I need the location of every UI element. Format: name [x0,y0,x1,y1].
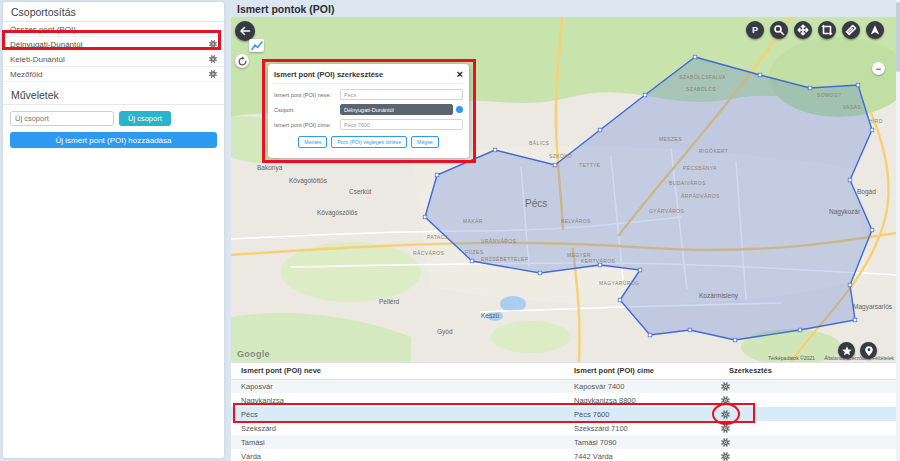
poi-table-row[interactable]: NagykanizsaNagykanizsa 8800 [231,393,897,407]
polygon-vertex-handle[interactable] [848,283,852,287]
gear-icon[interactable] [209,40,217,48]
close-icon[interactable]: × [457,69,463,80]
map-label: Kővágótöttös [289,177,328,185]
poi-name-cell: Várda [231,449,564,461]
group-item[interactable]: Összes pont (POI) [3,22,224,37]
delete-poi-button[interactable]: Pont (POI) végleges törlése [331,136,407,148]
modal-field: Ismert pont (POI) neve:Pécs [274,89,463,100]
page-title: Ismert pontok (POI) [237,3,334,15]
polygon-vertex-handle[interactable] [598,128,602,132]
table-header-row: Ismert pont (POI) neveIsmert pont (POI) … [231,363,897,379]
modal-field: Csoport:Délnyugati-Dunántúl [274,104,463,115]
column-header: Ismert pont (POI) címe [564,363,719,379]
group-select[interactable]: Délnyugati-Dunántúl [340,104,453,115]
app-root: Csoportosítás Összes pont (POI)Délnyugat… [0,0,900,461]
gear-icon[interactable] [209,55,217,63]
column-header: Szerkesztés [719,363,897,379]
column-header: Ismert pont (POI) neve [231,363,564,379]
group-item[interactable]: Keleti-Dunántúl [3,52,224,67]
polygon-vertex-handle[interactable] [435,173,439,177]
gear-icon[interactable] [721,452,730,461]
polygon-vertex-handle[interactable] [848,178,852,182]
poi-table-row[interactable]: TamásiTamási 7090 [231,435,897,449]
add-poi-button[interactable]: Új ismert pont (POI) hozzáadása [10,132,217,148]
text-input[interactable]: Pécs 7600 [340,119,463,130]
group-label: Mezőföld [10,70,42,79]
poi-address-cell: Tamási 7090 [564,435,719,449]
map-label: FÜZES [465,249,484,255]
polygon-vertex-handle[interactable] [853,318,857,322]
polygon-vertex-handle[interactable] [733,338,737,342]
cancel-button[interactable]: Mégse [411,136,439,148]
polygon-vertex-handle[interactable] [643,93,647,97]
elevation-chart-button[interactable] [249,39,264,52]
poi-address-cell: Nagykanizsa 8800 [564,393,719,407]
pin-control-button[interactable] [860,342,877,359]
lake [500,296,526,312]
group-item[interactable]: Mezőföld [3,67,224,82]
search-control-button[interactable] [770,21,788,39]
polygon-vertex-handle[interactable] [856,83,860,87]
modal-title: Ismert pont (POI) szerkesztése [274,70,383,79]
polygon-vertex-handle[interactable] [553,163,557,167]
gear-icon[interactable] [721,382,730,391]
gear-icon[interactable] [721,438,730,447]
poi-table-row[interactable]: Várda7442 Várda [231,449,897,461]
polygon-vertex-handle[interactable] [870,228,874,232]
text-input[interactable]: Pécs [340,89,463,100]
polygon-vertex-handle[interactable] [870,128,874,132]
operations-title: Műveletek [3,85,224,104]
move-control-button[interactable] [794,21,812,39]
back-button[interactable] [235,21,255,41]
group-label: Keleti-Dunántúl [10,55,65,64]
poi-table-row[interactable]: KaposvárKaposvár 7400 [231,379,897,393]
polygon-vertex-handle[interactable] [493,148,497,152]
group-list: Összes pont (POI)Délnyugati-DunántúlKele… [3,22,224,82]
polygon-vertex-handle[interactable] [423,215,427,219]
refresh-icon [237,56,248,67]
attribution-terms-link[interactable]: Általános Szerződési Feltételek [824,355,894,361]
gear-icon[interactable] [721,396,730,405]
polygon-vertex-handle[interactable] [470,259,474,263]
gear-icon[interactable] [721,410,730,419]
gear-icon[interactable] [721,424,730,433]
map-label: Pellérd [379,298,400,305]
new-group-button[interactable]: Új csoport [119,111,171,126]
map-label: Nagykozár [829,208,861,216]
polygon-vertex-handle[interactable] [693,55,697,59]
map-label: Cserkút [349,188,372,195]
group-item[interactable]: Délnyugati-Dunántúl [3,37,224,52]
map-label: MAGYARÜRÖG [599,280,639,286]
scrollbar-thumb[interactable] [896,2,900,72]
refresh-button[interactable] [235,54,249,68]
poi-edit-cell [719,393,897,407]
map-label: RÁCVÁROS [413,250,445,256]
poi-table-row[interactable]: PécsPécs 7600 [231,407,897,421]
polygon-vertex-handle[interactable] [758,73,762,77]
zoom-out-button[interactable]: − [872,62,885,75]
polygon-vertex-handle[interactable] [798,328,802,332]
save-button[interactable]: Mentés [298,136,327,148]
attribution-copyright: Térképadatok ©2021 [768,355,815,361]
map-label: Kozármisleny [699,292,739,300]
polygon-vertex-handle[interactable] [638,268,642,272]
polygon-vertex-handle[interactable] [538,271,542,275]
polygon-vertex-handle[interactable] [648,333,652,337]
navigate-control-button[interactable] [866,21,884,39]
grouping-title: Csoportosítás [3,2,224,21]
new-group-input[interactable] [10,111,114,126]
measure-control-button[interactable] [842,21,860,39]
polygon-vertex-handle[interactable] [618,298,622,302]
info-icon[interactable] [456,106,463,113]
star-control-button[interactable] [838,342,855,359]
polygon-vertex-handle[interactable] [688,328,692,332]
parking-control-button[interactable]: P [746,21,764,39]
back-arrow-icon [239,25,251,37]
polygon-vertex-handle[interactable] [808,86,812,90]
poi-edit-cell [719,379,897,393]
scrollbar[interactable] [896,0,900,461]
map-label: ÁRPÁDVÁROS [681,193,720,199]
draw-control-button[interactable] [818,21,836,39]
gear-icon[interactable] [209,70,217,78]
poi-table-row[interactable]: SzekszárdSzekszárd 7100 [231,421,897,435]
